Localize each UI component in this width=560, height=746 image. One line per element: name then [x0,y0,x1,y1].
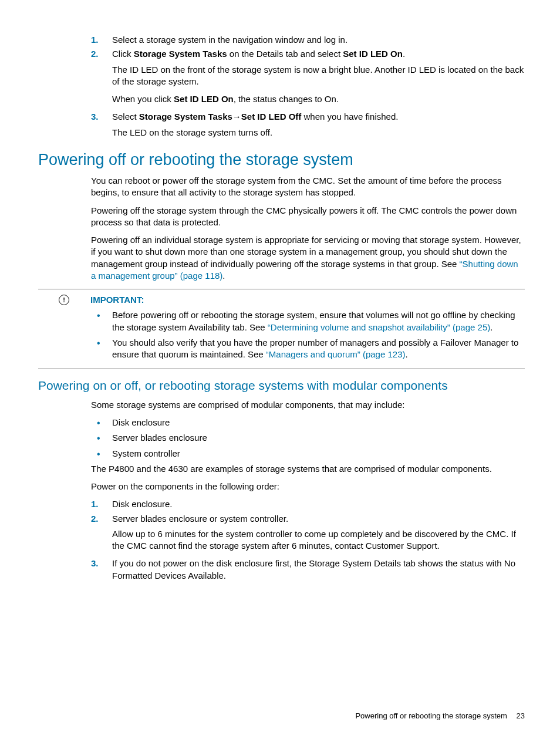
step-text: Server blades enclosure or system contro… [112,514,288,524]
step-1: 1. Disk enclosure. [91,498,525,510]
link-determining-availability[interactable]: “Determining volume and snapshot availab… [268,322,490,332]
top-ordered-list: 1. Select a storage system in the naviga… [91,34,525,139]
bullet-item: Disk enclosure [91,417,525,428]
step-number: 1. [91,34,99,46]
paragraph: Powering off the storage system through … [91,205,525,229]
important-icon: ! [59,295,69,305]
modular-bullet-list: Disk enclosure Server blades enclosure S… [91,417,525,460]
step-3: 3. Select Storage System Tasks→Set ID LE… [91,111,525,139]
bullet-item: Server blades enclosure [91,432,525,444]
step-paragraph: Allow up to 6 minutes for the system con… [112,528,525,552]
step-number: 1. [91,498,99,510]
bullet-item: System controller [91,448,525,460]
step-1: 1. Select a storage system in the naviga… [91,34,525,46]
step-3: 3. If you do not power on the disk enclo… [91,558,525,582]
footer-text: Powering off or rebooting the storage sy… [355,711,507,720]
step-number: 3. [91,111,99,123]
paragraph: Powering off an individual storage syste… [91,234,525,282]
paragraph: Some storage systems are comprised of mo… [91,399,525,411]
step-number: 3. [91,558,99,569]
paragraph: You can reboot or power off the storage … [91,175,525,199]
body-text: Some storage systems are comprised of mo… [91,399,525,411]
step-text: Select a storage system in the navigatio… [112,35,348,45]
important-bullet: Before powering off or rebooting the sto… [91,309,525,333]
step-number: 2. [91,513,99,525]
bottom-ordered-list: 1. Disk enclosure. 2. Server blades encl… [91,498,525,582]
page-number: 23 [517,711,525,720]
document-page: 1. Select a storage system in the naviga… [0,0,560,746]
step-text: Click Storage System Tasks on the Detail… [112,49,405,59]
section-heading-powering-off: Powering off or rebooting the storage sy… [38,149,525,170]
important-bullet-list: Before powering off or rebooting the sto… [91,309,525,360]
important-bullet: You should also verify that you have the… [91,337,525,361]
step-text: Select Storage System Tasks→Set ID LED O… [112,112,398,121]
step-2: 2. Click Storage System Tasks on the Det… [91,48,525,105]
step-text: Disk enclosure. [112,499,173,509]
body-text: You can reboot or power off the storage … [91,175,525,282]
important-callout: ! IMPORTANT: Before powering off or rebo… [38,289,525,369]
subsection-heading-modular: Powering on or off, or rebooting storage… [38,377,525,394]
important-header: ! IMPORTANT: [38,294,525,306]
paragraph: Power on the components in the following… [91,481,525,492]
paragraph: The P4800 and the 4630 are examples of s… [91,463,525,475]
step-2: 2. Server blades enclosure or system con… [91,513,525,552]
link-managers-quorum[interactable]: “Managers and quorum” (page 123) [266,349,406,359]
step-paragraph: When you click Set ID LED On, the status… [112,93,525,105]
step-text: If you do not power on the disk enclosur… [112,558,515,580]
step-paragraph: The LED on the storage system turns off. [112,127,525,139]
step-paragraph: The ID LED on the front of the storage s… [112,64,525,88]
page-footer: Powering off or rebooting the storage sy… [355,711,525,721]
important-label: IMPORTANT: [90,294,144,306]
body-text: The P4800 and the 4630 are examples of s… [91,463,525,493]
step-number: 2. [91,48,99,60]
